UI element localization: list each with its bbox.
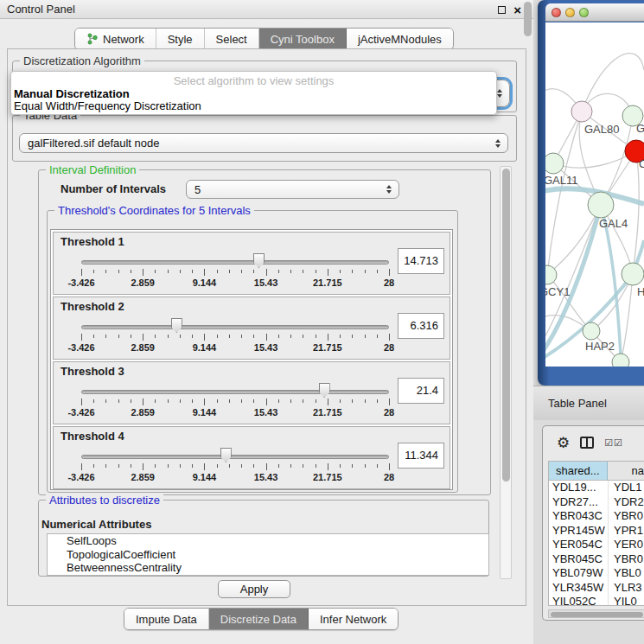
attribute-item-selfloops[interactable]: SelfLoops <box>48 534 488 548</box>
tick-mark <box>316 335 316 338</box>
network-canvas[interactable]: GAL80GACGAL11GAL4GCY1HHAP2 <box>545 22 644 367</box>
threshold-slider[interactable]: -3.4262.8599.14415.4321.71528 <box>81 316 389 356</box>
tick-label: 21.715 <box>313 342 342 353</box>
tick-mark <box>328 399 328 405</box>
vertical-scrollbar[interactable] <box>500 166 512 579</box>
tick-mark <box>278 464 279 468</box>
network-node-gal80[interactable] <box>571 101 592 122</box>
table-row[interactable]: YIL052CYIL0 <box>549 595 644 606</box>
cell-name: YBL0 <box>609 566 644 581</box>
float-window-icon[interactable] <box>498 6 506 14</box>
attribute-item-topologicalcoefficient[interactable]: TopologicalCoefficient <box>48 548 488 562</box>
attributes-list-scrollbar[interactable] <box>524 2 532 36</box>
table-row[interactable]: YBR045CYBR0 <box>549 552 644 567</box>
horizontal-scrollbar-thumb[interactable] <box>551 612 643 617</box>
tab-label: Network <box>103 33 144 46</box>
threshold-value-field[interactable]: 21.4 <box>398 378 444 404</box>
threshold-slider[interactable]: -3.4262.8599.14415.4321.71528 <box>81 252 389 291</box>
vertical-scrollbar-thumb[interactable] <box>502 169 510 481</box>
tick-label: 9.144 <box>193 472 217 482</box>
threshold-panel: Threshold 2 -3.4262.8599.14415.4321.7152… <box>53 296 450 360</box>
tick-mark <box>93 270 94 273</box>
threshold-slider[interactable]: -3.4262.8599.14415.4321.71528 <box>81 446 389 486</box>
tick-mark <box>217 464 218 468</box>
network-node-gal11[interactable] <box>545 153 564 174</box>
slider-thumb[interactable] <box>319 383 330 398</box>
tab-impute-data[interactable]: Impute Data <box>124 609 209 629</box>
tab-label: Cyni Toolbox <box>271 33 335 46</box>
table-row[interactable]: YLR345WYLR3 <box>549 581 644 596</box>
threshold-value-field[interactable]: 11.344 <box>398 443 444 469</box>
tick-label: 28 <box>384 407 394 418</box>
network-window-titlebar <box>545 3 644 22</box>
table-row[interactable]: YDR27...YDR2 <box>549 495 644 510</box>
network-node-gal4[interactable] <box>588 192 614 218</box>
tab-select[interactable]: Select <box>205 29 259 49</box>
slider-thumb[interactable] <box>220 448 232 462</box>
tick-mark <box>105 464 106 468</box>
tick-mark <box>105 270 106 273</box>
slider-thumb[interactable] <box>171 318 182 333</box>
tab-infer-network[interactable]: Infer Network <box>309 609 398 629</box>
table-row[interactable]: YBR043CYBR0 <box>549 509 644 524</box>
cell-shared-name: YDL19... <box>549 481 609 495</box>
tick-mark <box>192 270 193 273</box>
tab-jactivemnodules[interactable]: jActiveMNodules <box>347 29 453 49</box>
tab-label: Style <box>168 33 193 46</box>
tick-mark <box>118 270 119 273</box>
tick-label: 21.715 <box>313 472 342 482</box>
table-data-combobox[interactable]: galFiltered.sif default node <box>19 133 508 153</box>
tick-label: 2.859 <box>131 277 155 288</box>
network-node-hap2[interactable] <box>583 322 600 340</box>
network-node[interactable] <box>612 354 629 367</box>
network-node-h[interactable] <box>622 263 644 285</box>
threshold-label: Threshold 3 <box>61 365 124 378</box>
cell-name: YIL0 <box>609 595 644 606</box>
network-graph[interactable]: GAL80GACGAL11GAL4GCY1HHAP2 <box>545 22 644 367</box>
tick-mark <box>168 335 169 338</box>
node-table[interactable]: shared... na YDL19...YDL1YDR27...YDR2YBR… <box>548 461 644 606</box>
tab-network[interactable]: Network <box>75 29 156 49</box>
slider-track[interactable] <box>81 325 389 329</box>
gear-icon[interactable]: ⚙ <box>557 436 570 450</box>
control-panel-title: Control Panel <box>7 3 75 16</box>
numerical-attributes-list[interactable]: SelfLoopsTopologicalCoefficientBetweenne… <box>47 533 489 576</box>
horizontal-scrollbar[interactable] <box>548 609 644 618</box>
slider-thumb[interactable] <box>253 253 265 268</box>
number-of-intervals-combobox[interactable]: 5 <box>186 180 399 199</box>
table-row[interactable]: YDL19...YDL1 <box>549 481 644 495</box>
tick-mark <box>316 270 316 273</box>
apply-button[interactable]: Apply <box>218 580 290 598</box>
threshold-value-field[interactable]: 6.316 <box>398 313 444 339</box>
column-header-name[interactable]: na <box>608 462 644 480</box>
tab-style[interactable]: Style <box>156 29 205 49</box>
close-icon[interactable]: × <box>513 3 521 16</box>
tick-mark <box>389 334 390 341</box>
slider-track[interactable] <box>81 390 389 394</box>
threshold-value-field[interactable]: 14.713 <box>398 248 444 274</box>
threshold-stack: Threshold 1 -3.4262.8599.14415.4321.7152… <box>50 229 453 490</box>
tick-mark <box>389 463 390 470</box>
column-header-shared-name[interactable]: shared... <box>549 462 608 480</box>
tick-mark <box>328 334 328 341</box>
threshold-slider[interactable]: -3.4262.8599.14415.4321.71528 <box>81 381 389 421</box>
slider-track[interactable] <box>81 455 389 459</box>
tick-mark <box>81 463 82 470</box>
tick-mark <box>229 464 230 468</box>
tab-cyni-toolbox[interactable]: Cyni Toolbox <box>259 29 347 49</box>
tab-label: jActiveMNodules <box>358 33 442 46</box>
minimize-traffic-light-icon[interactable] <box>565 8 575 17</box>
tab-discretize-data[interactable]: Discretize Data <box>209 609 309 629</box>
table-row[interactable]: YPR145WYPR1 <box>549 524 644 539</box>
dropdown-item-equal-width-frequency[interactable]: Equal Width/Frequency Discretization <box>14 99 201 112</box>
checkbox-icons[interactable]: ☑☑ <box>604 437 623 449</box>
dropdown-item-manual-discretization[interactable]: Manual Discretization <box>14 87 130 100</box>
table-row[interactable]: YBL079WYBL0 <box>549 566 644 581</box>
close-traffic-light-icon[interactable] <box>552 8 561 17</box>
zoom-traffic-light-icon[interactable] <box>579 8 589 17</box>
attribute-item-betweennesscentrality[interactable]: BetweennessCentrality <box>48 561 488 575</box>
tick-mark <box>365 270 366 273</box>
table-row[interactable]: YER054CYER0 <box>549 538 644 552</box>
slider-track[interactable] <box>81 260 389 265</box>
columns-icon[interactable] <box>580 437 594 449</box>
